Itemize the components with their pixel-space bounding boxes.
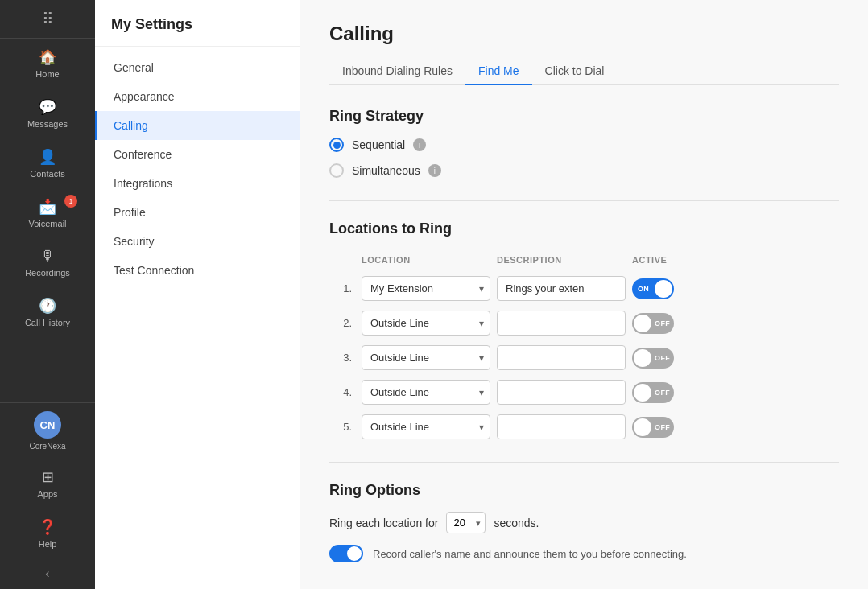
sidebar-item-label: Home (35, 69, 59, 79)
location-select-wrapper-1: My Extension Outside Line (362, 276, 490, 301)
simultaneous-info-icon[interactable]: i (428, 164, 441, 177)
sidebar-item-label: Voicemail (28, 219, 66, 229)
table-header: LOCATION DESCRIPTION ACTIVE (329, 250, 839, 270)
menu-item-appearance[interactable]: Appearance (95, 82, 300, 111)
voicemail-badge: 1 (64, 195, 77, 208)
user-name: CoreNexa (29, 442, 65, 451)
ring-strategy-section: Ring Strategy Sequential i Simultaneous … (329, 108, 839, 178)
menu-item-test-connection[interactable]: Test Connection (95, 256, 300, 285)
record-toggle-knob (347, 546, 362, 561)
location-select-2[interactable]: My Extension Outside Line (362, 311, 490, 336)
active-toggle-2[interactable]: OFF (632, 313, 674, 334)
record-label: Record caller's name and announce them t… (373, 548, 687, 560)
toggle-knob-1 (655, 280, 672, 298)
messages-icon: 💬 (39, 98, 56, 116)
location-select-1[interactable]: My Extension Outside Line (362, 276, 490, 301)
ring-options-row: Ring each location for 10 15 20 25 30 se… (329, 512, 839, 533)
row-num-2: 2. (329, 317, 355, 329)
table-row: 4. My Extension Outside Line OFF (329, 380, 839, 405)
contacts-icon: 👤 (39, 148, 56, 166)
toggle-label-on-1: ON (638, 285, 649, 293)
record-toggle[interactable] (329, 545, 363, 562)
ring-options-title: Ring Options (329, 482, 839, 499)
tab-bar: Inbound Dialing Rules Find Me Click to D… (329, 58, 839, 85)
ring-strategy-radio-group: Sequential i Simultaneous i (329, 138, 839, 178)
toggle-label-off-2: OFF (655, 319, 670, 327)
settings-sidebar: My Settings General Appearance Calling C… (95, 0, 300, 589)
settings-sidebar-title: My Settings (95, 0, 300, 47)
sidebar-item-messages[interactable]: 💬 Messages (0, 89, 95, 138)
help-icon: ❓ (39, 518, 56, 536)
description-input-2[interactable] (497, 311, 626, 336)
menu-item-integrations[interactable]: Integrations (95, 169, 300, 198)
menu-item-conference[interactable]: Conference (95, 140, 300, 169)
toggle-knob-2 (634, 315, 651, 332)
radio-simultaneous[interactable]: Simultaneous i (329, 163, 839, 178)
menu-item-calling[interactable]: Calling (95, 111, 300, 140)
sidebar-item-apps[interactable]: ⊞ Apps (0, 459, 95, 509)
locations-table: LOCATION DESCRIPTION ACTIVE 1. My Extens… (329, 250, 839, 439)
voicemail-icon: 📩 (39, 198, 56, 216)
table-row: 5. My Extension Outside Line OFF (329, 414, 839, 439)
radio-sequential[interactable]: Sequential i (329, 138, 839, 152)
radio-sequential-label: Sequential (352, 138, 405, 151)
toggle-knob-5 (634, 418, 651, 436)
sidebar-item-recordings[interactable]: 🎙 Recordings (0, 238, 95, 287)
tab-find-me[interactable]: Find Me (465, 58, 532, 85)
duration-select-wrapper: 10 15 20 25 30 (446, 512, 486, 533)
home-icon: 🏠 (39, 48, 56, 66)
sidebar-item-label: Messages (27, 119, 68, 129)
sidebar-item-help[interactable]: ❓ Help (0, 509, 95, 558)
collapse-button[interactable]: ‹ (0, 558, 95, 589)
active-toggle-4[interactable]: OFF (632, 382, 674, 403)
settings-menu: General Appearance Calling Conference In… (95, 47, 300, 291)
table-row: 1. My Extension Outside Line ON (329, 276, 839, 301)
sidebar-item-label: Contacts (30, 169, 64, 179)
col-active: ACTIVE (632, 255, 713, 265)
location-select-4[interactable]: My Extension Outside Line (362, 380, 490, 405)
sequential-info-icon[interactable]: i (413, 138, 426, 151)
sidebar-item-contacts[interactable]: 👤 Contacts (0, 138, 95, 188)
tab-inbound-dialing-rules[interactable]: Inbound Dialing Rules (329, 58, 465, 85)
menu-item-profile[interactable]: Profile (95, 198, 300, 227)
call-history-icon: 🕐 (39, 297, 56, 315)
ring-options-section: Ring Options Ring each location for 10 1… (329, 482, 839, 562)
ring-each-label: Ring each location for (329, 517, 438, 529)
description-input-3[interactable] (497, 345, 626, 370)
sidebar-item-call-history[interactable]: 🕐 Call History (0, 287, 95, 337)
user-avatar-item[interactable]: CN CoreNexa (0, 403, 95, 459)
locations-section: Locations to Ring LOCATION DESCRIPTION A… (329, 220, 839, 439)
toggle-label-off-5: OFF (655, 423, 670, 431)
toggle-label-off-4: OFF (655, 389, 670, 397)
description-input-4[interactable] (497, 380, 626, 405)
active-toggle-1[interactable]: ON (632, 278, 674, 299)
sidebar-item-home[interactable]: 🏠 Home (0, 39, 95, 89)
description-input-5[interactable] (497, 414, 626, 439)
avatar: CN (34, 411, 61, 439)
active-toggle-5[interactable]: OFF (632, 417, 674, 438)
location-select-wrapper-2: My Extension Outside Line (362, 311, 490, 336)
left-navigation: ⠿ 🏠 Home 💬 Messages 👤 Contacts 📩 1 Voice… (0, 0, 95, 589)
location-select-3[interactable]: My Extension Outside Line (362, 345, 490, 370)
location-select-5[interactable]: My Extension Outside Line (362, 414, 490, 439)
sidebar-item-label: Apps (37, 489, 57, 499)
ring-strategy-title: Ring Strategy (329, 108, 839, 125)
apps-icon: ⊞ (42, 468, 54, 486)
divider-2 (329, 462, 839, 463)
toggle-knob-4 (634, 384, 651, 402)
col-description: DESCRIPTION (497, 255, 626, 265)
row-num-5: 5. (329, 421, 355, 433)
tab-click-to-dial[interactable]: Click to Dial (532, 58, 618, 85)
locations-title: Locations to Ring (329, 220, 839, 237)
active-toggle-3[interactable]: OFF (632, 348, 674, 369)
row-num-4: 4. (329, 386, 355, 398)
description-input-1[interactable] (497, 276, 626, 301)
menu-item-general[interactable]: General (95, 53, 300, 82)
row-num-1: 1. (329, 282, 355, 294)
duration-select[interactable]: 10 15 20 25 30 (446, 512, 486, 533)
toggle-label-off-3: OFF (655, 354, 670, 362)
menu-item-security[interactable]: Security (95, 227, 300, 256)
sidebar-item-voicemail[interactable]: 📩 1 Voicemail (0, 188, 95, 238)
col-location: LOCATION (362, 255, 490, 265)
page-title: Calling (329, 23, 839, 45)
